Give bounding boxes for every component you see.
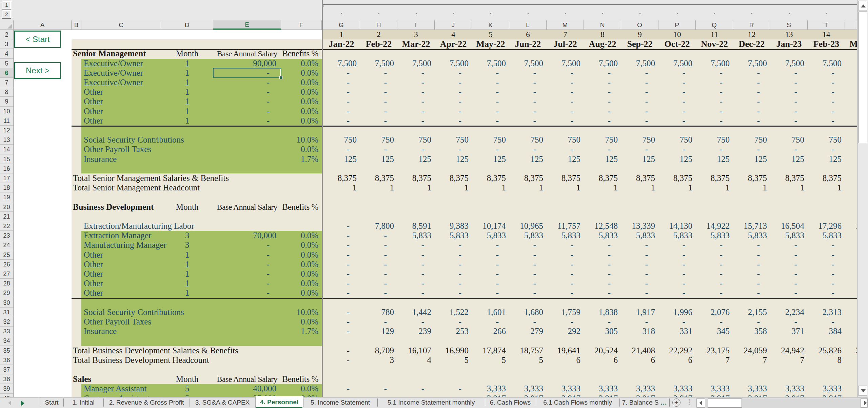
- row-header-23[interactable]: 23: [0, 231, 13, 240]
- column-header-right-9[interactable]: P: [658, 20, 696, 30]
- value-cell[interactable]: -: [323, 279, 360, 288]
- value-cell[interactable]: 2,917: [472, 394, 509, 397]
- value-cell[interactable]: -: [397, 97, 435, 106]
- month-number-cell[interactable]: 5: [472, 30, 509, 39]
- sheet-tab[interactable]: 5. Income Statement: [303, 397, 377, 408]
- value-cell[interactable]: -: [323, 116, 360, 126]
- value-cell[interactable]: -: [584, 288, 621, 298]
- burden-rate-cell[interactable]: 10.0%: [281, 308, 322, 317]
- value-cell[interactable]: -: [696, 269, 733, 279]
- value-cell[interactable]: -: [658, 68, 696, 78]
- benefits-header-cell[interactable]: Benefits %: [281, 202, 322, 212]
- row-header-33[interactable]: 33: [0, 327, 13, 336]
- sheet-tab[interactable]: 5.1 Income Statement monthly: [377, 397, 485, 408]
- row-header-11[interactable]: 11: [0, 116, 13, 126]
- value-cell[interactable]: -: [696, 279, 733, 288]
- value-cell[interactable]: 5,833: [509, 231, 547, 240]
- value-cell[interactable]: -: [472, 250, 509, 260]
- value-cell[interactable]: -: [360, 288, 397, 298]
- value-cell[interactable]: -: [547, 240, 584, 250]
- value-cell[interactable]: 125: [547, 154, 584, 164]
- value-cell[interactable]: -: [658, 269, 696, 279]
- month-label-cell[interactable]: May-22: [472, 39, 509, 49]
- value-cell[interactable]: -: [621, 78, 658, 87]
- value-cell[interactable]: 8,375: [360, 173, 397, 183]
- value-cell[interactable]: 3,333: [547, 384, 584, 393]
- value-cell[interactable]: 750: [472, 135, 509, 145]
- value-cell[interactable]: 7,500: [323, 59, 360, 68]
- value-cell[interactable]: 8,375: [621, 173, 658, 183]
- value-cell[interactable]: -: [621, 145, 658, 154]
- month-number-cell[interactable]: 13: [770, 30, 808, 39]
- value-cell[interactable]: -: [472, 288, 509, 298]
- value-cell[interactable]: -: [584, 78, 621, 87]
- sheet-tab[interactable]: Start: [40, 397, 63, 408]
- value-cell[interactable]: -: [584, 260, 621, 269]
- burden-label-cell[interactable]: Other Payroll Taxes: [81, 145, 285, 154]
- row-header-29[interactable]: 29: [0, 288, 13, 298]
- value-cell[interactable]: -: [547, 317, 584, 327]
- value-cell[interactable]: -: [584, 317, 621, 327]
- value-cell[interactable]: -: [397, 116, 435, 126]
- value-cell[interactable]: -: [472, 240, 509, 250]
- value-cell[interactable]: -: [584, 116, 621, 126]
- value-cell[interactable]: -: [472, 97, 509, 106]
- value-cell[interactable]: 5,833: [770, 231, 808, 240]
- column-header-right-12[interactable]: S: [770, 20, 808, 30]
- start-month-cell[interactable]: 1: [161, 87, 213, 97]
- base-salary-cell[interactable]: 40,000: [213, 384, 281, 393]
- value-cell[interactable]: -: [360, 145, 397, 154]
- value-cell[interactable]: -: [397, 78, 435, 87]
- value-cell[interactable]: 8: [808, 355, 845, 365]
- value-cell[interactable]: 7,500: [808, 59, 845, 68]
- month-label-cell[interactable]: Jul-22: [547, 39, 584, 49]
- month-label-cell[interactable]: Oct-22: [658, 39, 696, 49]
- month-label-cell-partial[interactable]: Mar-23: [845, 39, 857, 49]
- benefits-pct-cell[interactable]: 0.0%: [281, 240, 322, 250]
- value-cell[interactable]: 7,500: [435, 59, 472, 68]
- value-cell[interactable]: -: [509, 78, 547, 87]
- value-cell[interactable]: -: [547, 68, 584, 78]
- value-cell[interactable]: -: [547, 116, 584, 126]
- value-cell[interactable]: -: [323, 145, 360, 154]
- burden-label-cell[interactable]: Social Security Contributions: [81, 135, 285, 145]
- base-salary-cell[interactable]: 90,000: [213, 59, 281, 68]
- burden-rate-cell[interactable]: 10.0%: [281, 135, 322, 145]
- value-cell[interactable]: 3,333: [621, 384, 658, 393]
- month-number-cell[interactable]: 2: [360, 30, 397, 39]
- value-cell[interactable]: -: [435, 250, 472, 260]
- value-cell[interactable]: 750: [696, 135, 733, 145]
- value-cell[interactable]: -: [733, 279, 770, 288]
- value-cell[interactable]: -: [621, 260, 658, 269]
- value-cell[interactable]: 7: [770, 355, 808, 365]
- value-cell[interactable]: 5,833: [584, 231, 621, 240]
- value-cell[interactable]: -: [360, 260, 397, 269]
- value-cell[interactable]: -: [621, 269, 658, 279]
- value-cell[interactable]: -: [808, 269, 845, 279]
- row-header-24[interactable]: 24: [0, 240, 13, 250]
- value-cell[interactable]: -: [770, 87, 808, 97]
- value-cell[interactable]: -: [323, 384, 360, 393]
- value-cell[interactable]: 5,833: [472, 231, 509, 240]
- start-month-cell[interactable]: 1: [161, 250, 213, 260]
- value-cell[interactable]: 8,375: [547, 173, 584, 183]
- value-cell[interactable]: 1: [658, 183, 696, 192]
- value-cell[interactable]: 7: [696, 355, 733, 365]
- value-cell[interactable]: 5: [472, 355, 509, 365]
- value-cell[interactable]: -: [509, 116, 547, 126]
- value-cell[interactable]: -: [472, 107, 509, 116]
- value-cell[interactable]: 1,680: [509, 308, 547, 317]
- scroll-up-button[interactable]: [859, 1, 867, 11]
- value-cell[interactable]: -: [397, 288, 435, 298]
- value-cell[interactable]: -: [584, 145, 621, 154]
- value-cell[interactable]: 2,917: [696, 394, 733, 397]
- value-cell[interactable]: -: [770, 97, 808, 106]
- value-cell[interactable]: 2,917: [658, 394, 696, 397]
- row-header-19[interactable]: 19: [0, 192, 13, 202]
- value-cell[interactable]: 750: [658, 135, 696, 145]
- value-cell[interactable]: -: [509, 250, 547, 260]
- column-header-right-7[interactable]: N: [584, 20, 621, 30]
- value-cell[interactable]: 3,333: [696, 384, 733, 393]
- value-cell[interactable]: 10,965: [509, 221, 547, 231]
- value-cell[interactable]: -: [808, 107, 845, 116]
